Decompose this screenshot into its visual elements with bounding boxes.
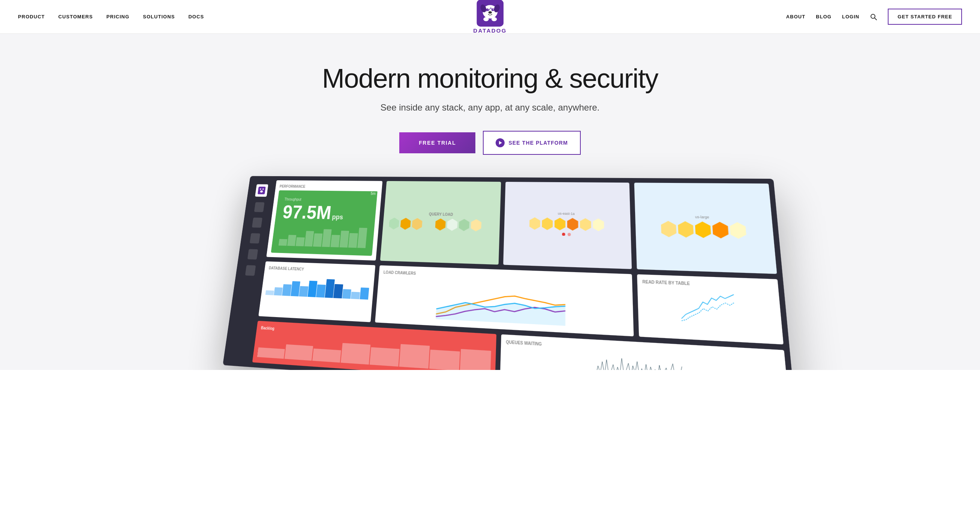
logo-icon — [477, 0, 503, 27]
database-latency-card: Database latency — [258, 261, 375, 322]
throughput-value: 97.5M — [282, 203, 332, 222]
nav-customers[interactable]: CUSTOMERS — [59, 14, 93, 19]
get-started-button[interactable]: GET STARTED FREE — [888, 9, 962, 25]
logo-text: DATADOG — [473, 27, 506, 34]
search-icon — [870, 13, 877, 21]
nav-about[interactable]: ABOUT — [786, 14, 805, 19]
sidebar-icon-1 — [254, 202, 265, 213]
see-platform-button[interactable]: SEE THE PLATFORM — [483, 131, 580, 155]
sidebar-icon-4 — [247, 249, 258, 260]
nav-product[interactable]: PRODUCT — [18, 14, 45, 19]
svg-line-12 — [875, 18, 877, 20]
backlog-card: Backlog — [252, 321, 496, 370]
hero-subtitle: See inside any stack, any app, at any sc… — [380, 102, 600, 113]
sidebar-icon-3 — [250, 233, 260, 244]
region-label-1: us-east-1a — [558, 212, 575, 216]
region-hexmap-1: us-east-1a — [503, 182, 632, 269]
performance-label: Performance — [279, 184, 378, 189]
throughput-card: Throughput 97.5M pps — [271, 191, 377, 256]
throughput-bars — [278, 224, 368, 248]
crawlers-chart — [380, 276, 628, 329]
nav-right: ABOUT BLOG LOGIN GET STARTED FREE — [786, 9, 962, 25]
nav-blog[interactable]: BLOG — [816, 14, 832, 19]
load-crawlers-card: Load crawlers — [375, 265, 633, 337]
sidebar-logo-icon — [258, 187, 266, 194]
sidebar-icon-5 — [245, 265, 256, 276]
play-icon — [496, 138, 504, 147]
query-load-card: Query load — [380, 181, 501, 265]
hero-section: Modern monitoring & security See inside … — [0, 34, 980, 370]
query-load-label: Query load — [429, 212, 453, 217]
header: PRODUCT CUSTOMERS PRICING SOLUTIONS DOCS — [0, 0, 980, 34]
nav-pricing[interactable]: PRICING — [107, 14, 129, 19]
performance-card: Performance 5m Throughput 97.5M pps — [266, 180, 382, 261]
hexmap-green — [388, 218, 493, 232]
svg-point-10 — [492, 17, 497, 21]
region-hexmap-2: us-large — [634, 183, 777, 274]
nav-left: PRODUCT CUSTOMERS PRICING SOLUTIONS DOCS — [18, 14, 204, 19]
hexmap-purple — [529, 218, 604, 231]
throughput-unit: pps — [332, 213, 344, 221]
region-label-2: us-large — [695, 215, 709, 219]
svg-point-6 — [488, 11, 492, 13]
nav-solutions[interactable]: SOLUTIONS — [143, 14, 175, 19]
hero-title: Modern monitoring & security — [322, 64, 658, 93]
dashboard-mockup: Performance 5m Throughput 97.5M pps — [0, 177, 980, 370]
sidebar-icon-2 — [252, 218, 262, 228]
logo-link[interactable]: DATADOG — [473, 0, 506, 34]
nav-login[interactable]: LOGIN — [842, 14, 859, 19]
latency-bars — [266, 272, 371, 300]
see-platform-label: SEE THE PLATFORM — [508, 140, 568, 146]
badge-5m: 5m — [369, 191, 377, 196]
nav-docs[interactable]: DOCS — [188, 14, 204, 19]
hero-buttons: FREE TRIAL SEE THE PLATFORM — [399, 131, 581, 155]
free-trial-button[interactable]: FREE TRIAL — [399, 132, 476, 153]
read-rate-chart — [643, 287, 776, 327]
search-button[interactable] — [870, 13, 877, 21]
svg-point-9 — [483, 17, 488, 21]
hexmap-blue — [660, 221, 746, 239]
dashboard-grid: Performance 5m Throughput 97.5M pps — [223, 176, 795, 370]
read-rate-card: Read rate by table — [637, 274, 784, 345]
